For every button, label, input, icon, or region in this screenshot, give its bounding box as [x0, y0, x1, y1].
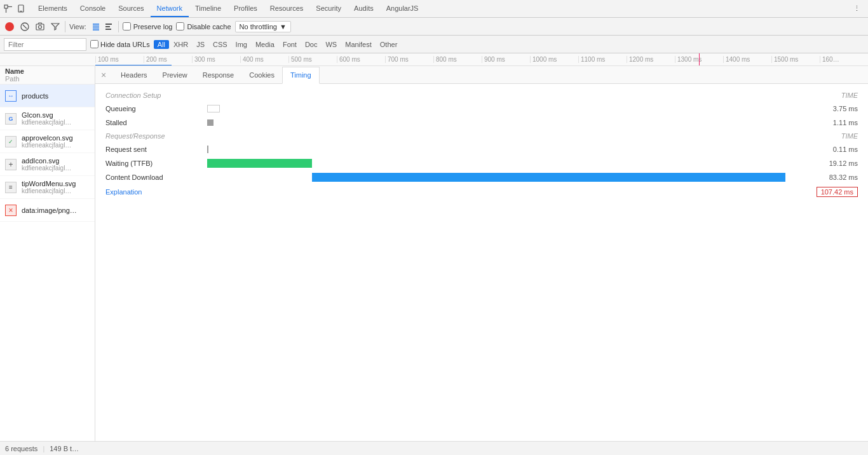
request-response-header: Request/Response TIME: [95, 130, 868, 142]
request-response-time-col: TIME: [841, 132, 858, 140]
list-view-button[interactable]: [90, 21, 102, 32]
gicon-details: GIcon.svg kdfieneakcjfaigl…: [22, 111, 91, 126]
request-response-label: Request/Response: [105, 132, 165, 140]
ruler-mark: 700 ms: [385, 56, 433, 63]
ruler-mark: 500 ms: [288, 56, 337, 63]
tipwordmenu-icon: ≡: [4, 180, 18, 194]
tab-console[interactable]: Console: [74, 0, 112, 17]
file-item-gicon[interactable]: G GIcon.svg kdfieneakcjfaigl…: [0, 107, 95, 130]
stalled-value: 1.11 ms: [813, 119, 858, 126]
request-sent-value: 0.11 ms: [813, 146, 858, 153]
queueing-bar-visual: [207, 105, 220, 112]
filter-other-button[interactable]: Other: [376, 40, 402, 49]
request-sent-bar: [207, 145, 813, 154]
ruler-mark: 300 ms: [192, 56, 240, 63]
device-icon[interactable]: [15, 3, 27, 15]
inspect-element-icon[interactable]: [3, 3, 14, 15]
ruler-mark: 900 ms: [482, 56, 530, 63]
gicon-path: kdfieneakcjfaigl…: [22, 119, 91, 126]
approveicon-path: kdfieneakcjfaigl…: [22, 142, 91, 149]
filter-font-button[interactable]: Font: [279, 40, 301, 49]
file-list-header: NamePath: [0, 66, 95, 85]
tab-elements[interactable]: Elements: [32, 0, 74, 17]
queueing-label: Queueing: [105, 105, 207, 112]
filter-ws-button[interactable]: WS: [322, 40, 341, 49]
addicon-name: addIcon.svg: [22, 157, 91, 165]
hide-data-urls-checkbox[interactable]: [90, 40, 98, 48]
disable-cache-checkbox[interactable]: [176, 22, 184, 31]
explanation-link[interactable]: Explanation: [105, 188, 142, 196]
ruler-progress: [95, 65, 172, 66]
tab-headers[interactable]: Headers: [113, 66, 155, 83]
devtools-nav-bar: Elements Console Sources Network Timelin…: [0, 0, 868, 18]
filter-button[interactable]: [50, 21, 61, 32]
name-column-header: NamePath: [5, 67, 24, 83]
tab-timing[interactable]: Timing: [282, 67, 320, 84]
file-item-tipwordmenu[interactable]: ≡ tipWordMenu.svg kdfieneakcjfaigl…: [0, 176, 95, 199]
throttle-label: No throttling: [240, 23, 277, 31]
svg-rect-4: [20, 11, 22, 11]
filter-css-button[interactable]: CSS: [209, 40, 231, 49]
camera-button[interactable]: [34, 21, 46, 32]
tab-cookies[interactable]: Cookies: [241, 66, 282, 83]
more-tabs-icon[interactable]: ⋮: [848, 4, 865, 13]
tab-angularjs[interactable]: AngularJS: [380, 0, 425, 17]
filter-input[interactable]: [4, 38, 86, 51]
ruler-mark: 400 ms: [240, 56, 288, 63]
record-button[interactable]: [4, 21, 15, 32]
throttle-dropdown-arrow: ▼: [280, 23, 287, 31]
addicon-icon: +: [4, 158, 18, 172]
tab-resources[interactable]: Resources: [264, 0, 310, 17]
tab-preview[interactable]: Preview: [155, 66, 195, 83]
datapng-details: data:image/png…: [22, 207, 91, 214]
tab-network[interactable]: Network: [151, 0, 189, 17]
timeline-ruler: 100 ms200 ms300 ms400 ms500 ms600 ms700 …: [0, 53, 868, 66]
close-detail-button[interactable]: ×: [98, 69, 109, 81]
filter-type-buttons: All XHR JS CSS Img Media Font Doc WS Man…: [154, 40, 402, 49]
ruler-mark: 1400 ms: [723, 56, 771, 63]
gicon-icon: G: [4, 112, 18, 126]
filter-media-button[interactable]: Media: [252, 40, 278, 49]
svg-rect-14: [105, 26, 110, 27]
filter-doc-button[interactable]: Doc: [301, 40, 322, 49]
hide-data-urls-label: Hide data URLs: [100, 41, 150, 48]
waiting-ttfb-bar-visual: [207, 159, 312, 168]
tab-audits[interactable]: Audits: [348, 0, 380, 17]
request-sent-row: Request sent 0.11 ms: [95, 142, 868, 156]
filter-all-button[interactable]: All: [154, 40, 169, 49]
tab-sources[interactable]: Sources: [112, 0, 150, 17]
products-icon: ↔: [4, 89, 18, 103]
preserve-log-label: Preserve log: [133, 23, 173, 31]
tab-timeline[interactable]: Timeline: [189, 0, 227, 17]
filter-xhr-button[interactable]: XHR: [170, 40, 192, 49]
view-toggle[interactable]: [90, 21, 114, 32]
ruler-mark: 600 ms: [337, 56, 385, 63]
filter-js-button[interactable]: JS: [193, 40, 208, 49]
tipwordmenu-path: kdfieneakcjfaigl…: [22, 187, 91, 194]
content-download-bar-visual: [312, 173, 785, 182]
file-list: NamePath ↔ products G GIcon.svg kdfienea…: [0, 66, 95, 441]
queueing-row: Queueing 3.75 ms: [95, 102, 868, 116]
file-item-products[interactable]: ↔ products: [0, 85, 95, 107]
svg-rect-0: [4, 5, 8, 8]
tab-response[interactable]: Response: [195, 66, 242, 83]
clear-button[interactable]: [19, 21, 31, 32]
ruler-mark: 800 ms: [433, 56, 482, 63]
file-item-datapng[interactable]: × data:image/png…: [0, 199, 95, 222]
preserve-log-checkbox[interactable]: [123, 22, 131, 31]
throttle-dropdown[interactable]: No throttling ▼: [235, 21, 291, 32]
hide-data-urls-group: Hide data URLs: [90, 40, 150, 48]
tab-profiles[interactable]: Profiles: [227, 0, 264, 17]
file-item-addicon[interactable]: + addIcon.svg kdfieneakcjfaigl…: [0, 153, 95, 176]
file-item-approveicon[interactable]: ✓ approveIcon.svg kdfieneakcjfaigl…: [0, 130, 95, 153]
waterfall-view-button[interactable]: [103, 21, 114, 32]
tab-security[interactable]: Security: [309, 0, 348, 17]
waiting-ttfb-label: Waiting (TTFB): [105, 160, 207, 167]
filter-manifest-button[interactable]: Manifest: [341, 40, 376, 49]
waiting-ttfb-value: 19.12 ms: [813, 160, 858, 167]
filter-bar: Hide data URLs All XHR JS CSS Img Media …: [0, 36, 868, 53]
tipwordmenu-details: tipWordMenu.svg kdfieneakcjfaigl…: [22, 180, 91, 194]
total-value: 107.42 ms: [817, 187, 858, 197]
main-content: NamePath ↔ products G GIcon.svg kdfienea…: [0, 66, 868, 441]
filter-img-button[interactable]: Img: [232, 40, 251, 49]
